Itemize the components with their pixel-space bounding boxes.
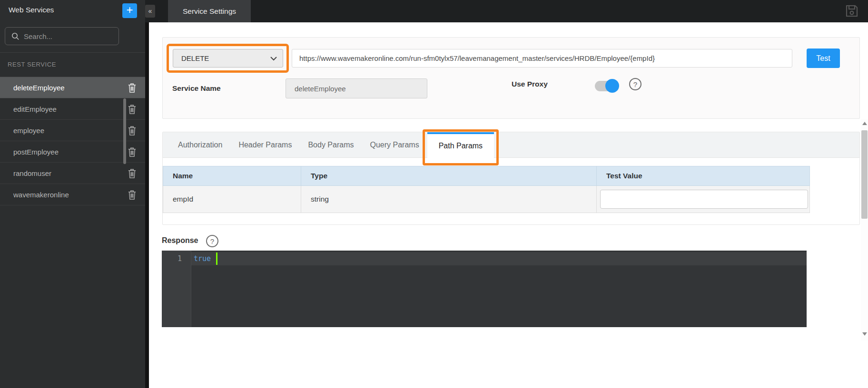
- service-name-label: editEmployee: [13, 105, 57, 113]
- chevron-down-icon: [270, 56, 277, 61]
- text-cursor: [216, 252, 217, 265]
- response-value: true: [194, 252, 211, 265]
- collapse-sidebar-button[interactable]: «: [145, 5, 155, 18]
- http-method-value: DELETE: [181, 54, 209, 62]
- save-icon[interactable]: [845, 4, 859, 18]
- sidebar-title: Web Services: [9, 6, 54, 14]
- http-method-select[interactable]: DELETE: [173, 49, 283, 68]
- response-label: Response: [162, 236, 198, 245]
- service-name-label: wavemakeronline: [13, 191, 69, 199]
- vertical-scrollbar-thumb[interactable]: [861, 130, 868, 219]
- trash-icon[interactable]: [127, 125, 137, 136]
- param-name-cell: empId: [163, 186, 301, 213]
- table-header-row: Name Type Test Value: [163, 166, 810, 186]
- use-proxy-toggle[interactable]: [595, 80, 619, 92]
- sidebar: Web Services + REST SERVICE deleteEmploy…: [0, 0, 145, 388]
- path-params-table: Name Type Test Value empId string: [163, 166, 810, 213]
- service-name-label: employee: [13, 126, 44, 135]
- tab-body-params[interactable]: Body Params: [300, 132, 362, 158]
- column-header-test-value: Test Value: [597, 166, 809, 185]
- service-name-field-label: Service Name: [172, 84, 221, 93]
- active-line-highlight: [162, 252, 807, 265]
- response-help-icon[interactable]: ?: [206, 235, 218, 247]
- params-tabbar: Authorization Header Params Body Params …: [163, 132, 859, 158]
- response-code-editor[interactable]: 1 true: [162, 251, 807, 327]
- test-value-input[interactable]: [600, 190, 808, 209]
- search-input[interactable]: [24, 32, 118, 40]
- sidebar-item-randomuser[interactable]: randomuser: [0, 163, 145, 184]
- service-name-label: deleteEmployee: [13, 84, 65, 92]
- toggle-knob: [605, 79, 619, 93]
- sidebar-scrollbar-thumb[interactable]: [123, 98, 126, 164]
- tab-authorization[interactable]: Authorization: [170, 132, 230, 158]
- line-number: 1: [162, 252, 191, 265]
- table-row: empId string: [163, 186, 810, 213]
- search-box: [5, 27, 119, 45]
- tab-header-params[interactable]: Header Params: [230, 132, 300, 158]
- column-header-type: Type: [301, 166, 597, 185]
- tab-service-settings[interactable]: Service Settings: [168, 0, 251, 22]
- column-header-name: Name: [163, 166, 301, 185]
- tab-query-params[interactable]: Query Params: [362, 132, 427, 158]
- web-services-page: Web Services + REST SERVICE deleteEmploy…: [0, 0, 868, 388]
- service-name-label: postEmployee: [13, 148, 59, 156]
- trash-icon[interactable]: [127, 146, 137, 157]
- test-button[interactable]: Test: [807, 48, 840, 68]
- add-service-button[interactable]: +: [122, 3, 137, 18]
- topbar: [145, 0, 868, 22]
- scroll-up-arrow-icon[interactable]: [862, 122, 867, 125]
- scroll-down-arrow-icon[interactable]: [862, 332, 867, 336]
- tab-path-params[interactable]: Path Params: [427, 132, 494, 158]
- panel-gap-strip: [145, 0, 149, 388]
- request-url-input[interactable]: [292, 49, 792, 68]
- trash-icon[interactable]: [127, 82, 137, 93]
- tab-label: Path Params: [439, 142, 483, 150]
- service-name-input[interactable]: [286, 78, 427, 98]
- use-proxy-label: Use Proxy: [512, 80, 548, 88]
- sidebar-divider: [0, 52, 145, 53]
- sidebar-item-deleteEmployee[interactable]: deleteEmployee: [0, 77, 145, 98]
- trash-icon[interactable]: [127, 168, 137, 179]
- use-proxy-help-icon[interactable]: ?: [629, 78, 641, 90]
- trash-icon[interactable]: [127, 189, 137, 200]
- search-icon: [11, 32, 20, 40]
- service-name-label: randomuser: [13, 169, 51, 177]
- tab-label: Service Settings: [183, 7, 236, 16]
- rest-service-section-label: REST SERVICE: [8, 61, 56, 68]
- trash-icon[interactable]: [127, 104, 137, 115]
- param-type-cell: string: [301, 186, 597, 213]
- sidebar-item-wavemakeronline[interactable]: wavemakeronline: [0, 184, 145, 205]
